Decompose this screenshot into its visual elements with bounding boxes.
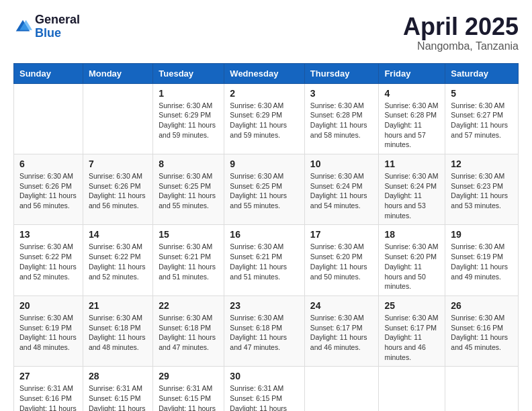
day-number: 20 bbox=[19, 300, 77, 311]
day-number: 18 bbox=[384, 229, 439, 240]
cell-info: Sunrise: 6:30 AM Sunset: 6:24 PM Dayligh… bbox=[384, 171, 439, 220]
logo-blue-text: Blue bbox=[35, 27, 80, 40]
cell-info: Sunrise: 6:30 AM Sunset: 6:17 PM Dayligh… bbox=[384, 313, 439, 362]
calendar-header-row: SundayMondayTuesdayWednesdayThursdayFrid… bbox=[14, 63, 519, 83]
day-number: 22 bbox=[159, 300, 218, 311]
day-number: 24 bbox=[310, 300, 373, 311]
day-number: 30 bbox=[230, 371, 299, 381]
location-title: Nangomba, Tanzania bbox=[403, 40, 519, 52]
day-number: 16 bbox=[230, 229, 299, 240]
day-number: 21 bbox=[89, 300, 147, 311]
day-number: 26 bbox=[451, 300, 513, 311]
calendar-cell bbox=[445, 367, 519, 411]
logo-icon bbox=[13, 17, 32, 36]
day-number: 29 bbox=[159, 371, 218, 381]
cell-info: Sunrise: 6:30 AM Sunset: 6:29 PM Dayligh… bbox=[230, 101, 299, 140]
day-number: 17 bbox=[310, 229, 373, 240]
calendar-cell: 22Sunrise: 6:30 AM Sunset: 6:18 PM Dayli… bbox=[153, 295, 224, 366]
cell-info: Sunrise: 6:30 AM Sunset: 6:18 PM Dayligh… bbox=[89, 313, 147, 353]
calendar-cell: 21Sunrise: 6:30 AM Sunset: 6:18 PM Dayli… bbox=[83, 295, 152, 366]
calendar-cell: 30Sunrise: 6:31 AM Sunset: 6:15 PM Dayli… bbox=[224, 367, 305, 411]
calendar-cell: 15Sunrise: 6:30 AM Sunset: 6:21 PM Dayli… bbox=[153, 225, 224, 295]
day-number: 19 bbox=[451, 229, 513, 240]
day-header-sunday: Sunday bbox=[14, 63, 83, 83]
cell-info: Sunrise: 6:30 AM Sunset: 6:20 PM Dayligh… bbox=[310, 242, 373, 281]
cell-info: Sunrise: 6:30 AM Sunset: 6:24 PM Dayligh… bbox=[310, 171, 373, 211]
cell-info: Sunrise: 6:30 AM Sunset: 6:28 PM Dayligh… bbox=[384, 101, 439, 150]
cell-info: Sunrise: 6:30 AM Sunset: 6:17 PM Dayligh… bbox=[310, 313, 373, 353]
day-number: 28 bbox=[89, 371, 147, 381]
calendar-cell: 6Sunrise: 6:30 AM Sunset: 6:26 PM Daylig… bbox=[14, 154, 83, 225]
cell-info: Sunrise: 6:30 AM Sunset: 6:25 PM Dayligh… bbox=[230, 171, 299, 211]
cell-info: Sunrise: 6:30 AM Sunset: 6:18 PM Dayligh… bbox=[230, 313, 299, 353]
cell-info: Sunrise: 6:30 AM Sunset: 6:16 PM Dayligh… bbox=[451, 313, 513, 353]
calendar-cell: 19Sunrise: 6:30 AM Sunset: 6:19 PM Dayli… bbox=[445, 225, 519, 295]
day-number: 14 bbox=[89, 229, 147, 240]
day-number: 25 bbox=[384, 300, 439, 311]
logo: General Blue bbox=[13, 13, 80, 40]
calendar-cell: 28Sunrise: 6:31 AM Sunset: 6:15 PM Dayli… bbox=[83, 367, 152, 411]
calendar-week-2: 6Sunrise: 6:30 AM Sunset: 6:26 PM Daylig… bbox=[14, 154, 519, 225]
cell-info: Sunrise: 6:31 AM Sunset: 6:15 PM Dayligh… bbox=[89, 383, 147, 411]
day-number: 1 bbox=[159, 88, 218, 99]
calendar-table: SundayMondayTuesdayWednesdayThursdayFrid… bbox=[13, 63, 519, 411]
calendar-cell: 16Sunrise: 6:30 AM Sunset: 6:21 PM Dayli… bbox=[224, 225, 305, 295]
calendar-cell: 23Sunrise: 6:30 AM Sunset: 6:18 PM Dayli… bbox=[224, 295, 305, 366]
day-number: 6 bbox=[19, 158, 77, 169]
cell-info: Sunrise: 6:30 AM Sunset: 6:25 PM Dayligh… bbox=[159, 171, 218, 211]
calendar-cell: 18Sunrise: 6:30 AM Sunset: 6:20 PM Dayli… bbox=[379, 225, 445, 295]
day-number: 27 bbox=[19, 371, 77, 381]
calendar-week-5: 27Sunrise: 6:31 AM Sunset: 6:16 PM Dayli… bbox=[14, 367, 519, 411]
cell-info: Sunrise: 6:30 AM Sunset: 6:23 PM Dayligh… bbox=[451, 171, 513, 211]
title-area: April 2025 Nangomba, Tanzania bbox=[403, 13, 519, 52]
day-number: 8 bbox=[159, 158, 218, 169]
cell-info: Sunrise: 6:30 AM Sunset: 6:26 PM Dayligh… bbox=[19, 171, 77, 211]
calendar-cell: 10Sunrise: 6:30 AM Sunset: 6:24 PM Dayli… bbox=[304, 154, 379, 225]
day-header-wednesday: Wednesday bbox=[224, 63, 305, 83]
calendar-cell bbox=[379, 367, 445, 411]
cell-info: Sunrise: 6:30 AM Sunset: 6:28 PM Dayligh… bbox=[310, 101, 373, 140]
cell-info: Sunrise: 6:30 AM Sunset: 6:21 PM Dayligh… bbox=[230, 242, 299, 281]
calendar-cell: 27Sunrise: 6:31 AM Sunset: 6:16 PM Dayli… bbox=[14, 367, 83, 411]
cell-info: Sunrise: 6:30 AM Sunset: 6:18 PM Dayligh… bbox=[159, 313, 218, 353]
cell-info: Sunrise: 6:30 AM Sunset: 6:19 PM Dayligh… bbox=[19, 313, 77, 353]
cell-info: Sunrise: 6:31 AM Sunset: 6:15 PM Dayligh… bbox=[159, 383, 218, 411]
calendar-cell bbox=[83, 83, 152, 154]
calendar-cell: 29Sunrise: 6:31 AM Sunset: 6:15 PM Dayli… bbox=[153, 367, 224, 411]
day-number: 3 bbox=[310, 88, 373, 99]
calendar-cell: 13Sunrise: 6:30 AM Sunset: 6:22 PM Dayli… bbox=[14, 225, 83, 295]
day-header-saturday: Saturday bbox=[445, 63, 519, 83]
calendar-week-3: 13Sunrise: 6:30 AM Sunset: 6:22 PM Dayli… bbox=[14, 225, 519, 295]
cell-info: Sunrise: 6:31 AM Sunset: 6:15 PM Dayligh… bbox=[230, 383, 299, 411]
calendar-cell: 2Sunrise: 6:30 AM Sunset: 6:29 PM Daylig… bbox=[224, 83, 305, 154]
calendar-cell: 25Sunrise: 6:30 AM Sunset: 6:17 PM Dayli… bbox=[379, 295, 445, 366]
calendar-cell: 1Sunrise: 6:30 AM Sunset: 6:29 PM Daylig… bbox=[153, 83, 224, 154]
day-header-tuesday: Tuesday bbox=[153, 63, 224, 83]
calendar-cell: 17Sunrise: 6:30 AM Sunset: 6:20 PM Dayli… bbox=[304, 225, 379, 295]
calendar-cell: 26Sunrise: 6:30 AM Sunset: 6:16 PM Dayli… bbox=[445, 295, 519, 366]
calendar-week-1: 1Sunrise: 6:30 AM Sunset: 6:29 PM Daylig… bbox=[14, 83, 519, 154]
cell-info: Sunrise: 6:31 AM Sunset: 6:16 PM Dayligh… bbox=[19, 383, 77, 411]
day-number: 5 bbox=[451, 88, 513, 99]
page-header: General Blue April 2025 Nangomba, Tanzan… bbox=[13, 13, 519, 52]
calendar-cell: 5Sunrise: 6:30 AM Sunset: 6:27 PM Daylig… bbox=[445, 83, 519, 154]
cell-info: Sunrise: 6:30 AM Sunset: 6:22 PM Dayligh… bbox=[19, 242, 77, 281]
day-header-friday: Friday bbox=[379, 63, 445, 83]
calendar-cell: 24Sunrise: 6:30 AM Sunset: 6:17 PM Dayli… bbox=[304, 295, 379, 366]
day-number: 11 bbox=[384, 158, 439, 169]
day-header-thursday: Thursday bbox=[304, 63, 379, 83]
logo-general-text: General bbox=[35, 13, 80, 27]
day-number: 15 bbox=[159, 229, 218, 240]
day-number: 12 bbox=[451, 158, 513, 169]
calendar-cell: 12Sunrise: 6:30 AM Sunset: 6:23 PM Dayli… bbox=[445, 154, 519, 225]
cell-info: Sunrise: 6:30 AM Sunset: 6:22 PM Dayligh… bbox=[89, 242, 147, 281]
day-header-monday: Monday bbox=[83, 63, 152, 83]
cell-info: Sunrise: 6:30 AM Sunset: 6:26 PM Dayligh… bbox=[89, 171, 147, 211]
calendar-cell: 9Sunrise: 6:30 AM Sunset: 6:25 PM Daylig… bbox=[224, 154, 305, 225]
day-number: 23 bbox=[230, 300, 299, 311]
calendar-week-4: 20Sunrise: 6:30 AM Sunset: 6:19 PM Dayli… bbox=[14, 295, 519, 366]
calendar-cell bbox=[304, 367, 379, 411]
day-number: 13 bbox=[19, 229, 77, 240]
calendar-cell bbox=[14, 83, 83, 154]
calendar-cell: 3Sunrise: 6:30 AM Sunset: 6:28 PM Daylig… bbox=[304, 83, 379, 154]
